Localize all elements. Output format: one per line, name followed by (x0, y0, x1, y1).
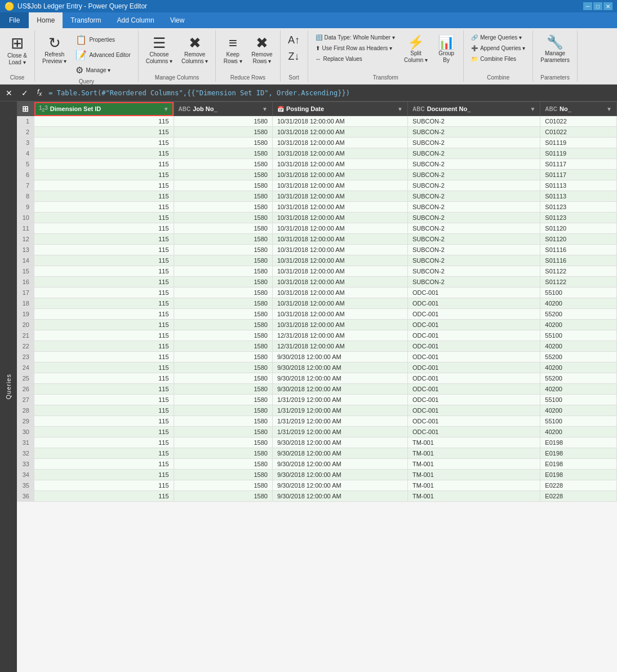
col-filter-document[interactable]: ▼ (530, 106, 535, 112)
row-number: 19 (17, 309, 34, 320)
tab-home[interactable]: Home (29, 12, 63, 28)
cell-posting-date: 10/31/2018 12:00:00 AM (272, 277, 407, 288)
use-first-row-button[interactable]: ⬆ Use First Row as Headers ▾ (312, 43, 399, 53)
tab-transform[interactable]: Transform (63, 12, 109, 28)
row-number: 16 (17, 277, 34, 288)
cell-document-no: SUBCON-2 (407, 148, 540, 159)
formula-function-button[interactable]: fx (35, 87, 44, 98)
tab-add-column[interactable]: Add Column (109, 12, 162, 28)
cell-job-no: 1580 (174, 234, 272, 245)
use-first-row-label: Use First Row as Headers ▾ (322, 45, 392, 51)
row-number: 23 (17, 352, 34, 362)
cell-job-no: 1580 (174, 362, 272, 373)
row-number: 29 (17, 416, 34, 427)
group-by-button[interactable]: 📊 GroupBy (433, 33, 460, 67)
cell-job-no: 1580 (174, 459, 272, 470)
cell-dimension-set-id: 115 (34, 148, 174, 159)
close-load-label: Close &Load ▾ (7, 52, 27, 66)
combine-files-button[interactable]: 📁 Combine Files (467, 54, 529, 64)
cell-no: S01119 (540, 138, 617, 148)
sort-ascending-button[interactable]: A↑ (284, 33, 304, 48)
row-number: 36 (17, 491, 34, 502)
col-header-no[interactable]: ABC No_ ▼ (540, 102, 617, 116)
table-row: 21115158012/31/2018 12:00:00 AMODC-00155… (17, 330, 617, 341)
remove-columns-label: RemoveColumns ▾ (181, 51, 208, 65)
cell-document-no: ODC-001 (407, 427, 540, 437)
row-number: 1 (17, 116, 34, 127)
transform-stack: 🔢 Data Type: Whole Number ▾ ⬆ Use First … (312, 33, 399, 64)
use-first-row-icon: ⬆ (316, 45, 320, 51)
close-load-button[interactable]: ⊞ Close &Load ▾ (3, 33, 31, 69)
col-filter-no[interactable]: ▼ (606, 106, 612, 112)
cell-dimension-set-id: 115 (34, 170, 174, 180)
cell-dimension-set-id: 115 (34, 320, 174, 330)
remove-rows-button[interactable]: ✖ RemoveRows ▾ (247, 33, 276, 68)
replace-values-button[interactable]: ↔ Replace Values (312, 54, 399, 64)
manage-parameters-button[interactable]: 🔧 ManageParameters (536, 33, 574, 67)
cell-posting-date: 9/30/2018 12:00:00 AM (272, 470, 407, 480)
close-button[interactable]: ✕ (603, 2, 612, 10)
col-header-document-no[interactable]: ABC Document No_ ▼ (407, 102, 540, 116)
split-column-button[interactable]: ⚡ SplitColumn ▾ (400, 33, 432, 67)
col-header-job-no[interactable]: ABC Job No_ ▼ (174, 102, 272, 116)
col-header-posting-date[interactable]: 📅 Posting Date ▼ (272, 102, 407, 116)
cell-job-no: 1580 (174, 180, 272, 191)
data-grid-container[interactable]: ⊞ 123 Dimension Set ID ▼ ABC Job No_ ▼ (17, 101, 617, 672)
merge-queries-button[interactable]: 🔗 Merge Queries ▾ (467, 33, 529, 42)
advanced-editor-button[interactable]: 📝 Advanced Editor (72, 48, 134, 62)
cell-no: S01122 (540, 277, 617, 288)
cell-document-no: TM-001 (407, 459, 540, 470)
manage-columns-content: ☰ ChooseColumns ▾ ✖ RemoveColumns ▾ (142, 30, 212, 73)
sort-descending-button[interactable]: Z↓ (284, 49, 304, 64)
col-filter-job[interactable]: ▼ (262, 106, 268, 112)
cell-no: 40200 (540, 384, 617, 395)
cell-document-no: ODC-001 (407, 330, 540, 341)
keep-rows-button[interactable]: ≡ KeepRows ▾ (219, 33, 246, 68)
cell-no: S01120 (540, 234, 617, 245)
group-by-icon: 📊 (438, 36, 455, 49)
cell-no: 40200 (540, 298, 617, 309)
cell-dimension-set-id: 115 (34, 459, 174, 470)
manage-button[interactable]: ⚙ Manage ▾ (72, 63, 134, 77)
table-row: 12115158010/31/2018 12:00:00 AMSUBCON-2S… (17, 234, 617, 245)
col-header-dimension-set-id[interactable]: 123 Dimension Set ID ▼ (34, 102, 174, 116)
cell-posting-date: 9/30/2018 12:00:00 AM (272, 480, 407, 491)
choose-columns-button[interactable]: ☰ ChooseColumns ▾ (142, 33, 176, 68)
cell-dimension-set-id: 115 (34, 234, 174, 245)
table-row: 3611515809/30/2018 12:00:00 AMTM-001E022… (17, 491, 617, 502)
formula-input[interactable] (48, 89, 614, 97)
append-queries-button[interactable]: ➕ Append Queries ▾ (467, 43, 529, 53)
data-type-button[interactable]: 🔢 Data Type: Whole Number ▾ (312, 33, 399, 42)
col-filter-posting[interactable]: ▼ (397, 106, 403, 112)
tab-file[interactable]: File (0, 12, 29, 28)
cell-posting-date: 12/31/2018 12:00:00 AM (272, 330, 407, 341)
cell-posting-date: 10/31/2018 12:00:00 AM (272, 288, 407, 298)
advanced-editor-icon: 📝 (76, 50, 87, 60)
table-row: 6115158010/31/2018 12:00:00 AMSUBCON-2S0… (17, 170, 617, 180)
maximize-button[interactable]: □ (593, 2, 602, 10)
col-filter-dimension[interactable]: ▼ (163, 106, 169, 112)
reduce-rows-label: Reduce Rows (219, 73, 276, 82)
minimize-button[interactable]: ─ (583, 2, 592, 10)
properties-button[interactable]: 📋 Properties (72, 33, 134, 47)
formula-bar: ✕ ✓ fx (0, 85, 617, 101)
cell-no: 40200 (540, 405, 617, 416)
ribbon-group-sort: A↑ Z↓ Sort (281, 30, 308, 82)
cell-no: S01120 (540, 223, 617, 234)
table-row: 3111515809/30/2018 12:00:00 AMTM-001E019… (17, 437, 617, 448)
window-controls[interactable]: ─ □ ✕ (583, 2, 612, 10)
cell-job-no: 1580 (174, 320, 272, 330)
table-row: 5115158010/31/2018 12:00:00 AMSUBCON-2S0… (17, 159, 617, 170)
cell-job-no: 1580 (174, 480, 272, 491)
ribbon-group-query: ↻ RefreshPreview ▾ 📋 Properties 📝 Advanc… (35, 30, 139, 82)
cell-dimension-set-id: 115 (34, 202, 174, 213)
refresh-preview-button[interactable]: ↻ RefreshPreview ▾ (38, 33, 70, 68)
cell-posting-date: 10/31/2018 12:00:00 AM (272, 255, 407, 266)
formula-cancel-button[interactable]: ✕ (3, 87, 15, 99)
tab-view[interactable]: View (162, 12, 193, 28)
queries-panel[interactable]: Queries (0, 101, 17, 672)
cell-no: S01119 (540, 148, 617, 159)
remove-columns-button[interactable]: ✖ RemoveColumns ▾ (177, 33, 212, 68)
formula-confirm-button[interactable]: ✓ (19, 87, 30, 99)
cell-posting-date: 9/30/2018 12:00:00 AM (272, 373, 407, 384)
